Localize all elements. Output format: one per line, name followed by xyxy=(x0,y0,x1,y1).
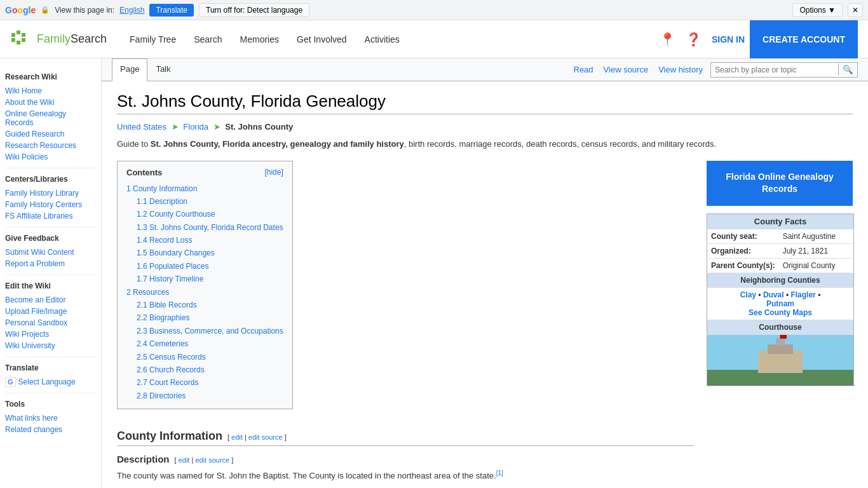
article: St. Johns County, Florida Genealogy Unit… xyxy=(102,81,868,488)
sidebar-item-wiki-policies[interactable]: Wiki Policies xyxy=(5,151,96,163)
sidebar-item-submit-wiki[interactable]: Submit Wiki Content xyxy=(5,247,96,258)
courthouse-image-cell xyxy=(707,334,854,386)
svg-rect-12 xyxy=(780,335,787,339)
wiki-search-button[interactable]: 🔍 xyxy=(838,64,857,76)
svg-rect-1 xyxy=(17,30,20,34)
nav-links: Family Tree Search Memories Get Involved… xyxy=(122,29,407,50)
sidebar-item-report-problem[interactable]: Report a Problem xyxy=(5,258,96,269)
action-view-history[interactable]: View history xyxy=(656,60,705,79)
sidebar-item-online-genealogy[interactable]: Online Genealogy Records xyxy=(5,108,96,128)
nav-family-tree[interactable]: Family Tree xyxy=(122,29,184,50)
language-link[interactable]: English xyxy=(119,6,144,15)
breadcrumb-arrow-1: ➤ xyxy=(172,122,179,132)
courthouse-svg xyxy=(707,335,853,386)
contents-item-1-2: 1.2 County Courthouse xyxy=(137,208,283,220)
description-edit-source[interactable]: edit source xyxy=(195,456,229,464)
page-layout: Research Wiki Wiki Home About the Wiki O… xyxy=(0,58,868,488)
svg-rect-9 xyxy=(768,344,793,354)
sidebar-item-become-editor[interactable]: Become an Editor xyxy=(5,294,96,306)
sidebar-item-research-resources[interactable]: Research Resources xyxy=(5,140,96,151)
sidebar-item-personal-sandbox[interactable]: Personal Sandbox xyxy=(5,317,96,329)
description-edit[interactable]: edit xyxy=(179,456,190,464)
sidebar-item-about-wiki[interactable]: About the Wiki xyxy=(5,97,96,108)
sidebar-item-select-language[interactable]: Select Language xyxy=(18,376,76,388)
nav-memories[interactable]: Memories xyxy=(233,29,287,50)
help-icon[interactable]: ❓ xyxy=(686,32,702,47)
sidebar-item-what-links[interactable]: What links here xyxy=(5,412,96,424)
sidebar-item-fs-affiliate[interactable]: FS Affiliate Libraries xyxy=(5,210,96,222)
contents-item-2-7: 2.7 Court Records xyxy=(137,376,283,389)
familysearch-logo-icon xyxy=(10,28,33,51)
courthouse-section-title: Courthouse xyxy=(707,320,854,334)
breadcrumb: United States ➤ Florida ➤ St. Johns Coun… xyxy=(117,122,853,132)
nav-search[interactable]: Search xyxy=(186,29,229,50)
svg-rect-0 xyxy=(11,33,15,37)
contents-item-2-1: 2.1 Bible Records xyxy=(137,299,283,311)
sign-in-button[interactable]: SIGN IN xyxy=(712,34,745,44)
sidebar-item-family-history-library[interactable]: Family History Library xyxy=(5,187,96,199)
wiki-search-input[interactable] xyxy=(711,64,838,76)
svg-rect-8 xyxy=(758,351,803,373)
infobox-title: County Facts xyxy=(707,214,854,229)
article-body: Contents [hide] 1 County Information 1.1… xyxy=(117,161,853,489)
county-facts-table: County Facts County seat: Saint Augustin… xyxy=(707,214,854,386)
sidebar-item-wiki-university[interactable]: Wiki University xyxy=(5,340,96,351)
contents-item-2-5: 2.5 Census Records xyxy=(137,351,283,363)
wiki-search-container: 🔍 xyxy=(710,62,858,78)
sidebar-item-family-history-centers[interactable]: Family History Centers xyxy=(5,199,96,210)
create-account-button[interactable]: CREATE ACCOUNT xyxy=(750,20,858,58)
breadcrumb-us[interactable]: United States xyxy=(117,122,166,132)
sidebar-section-research-wiki: Research Wiki xyxy=(5,72,96,81)
sidebar: Research Wiki Wiki Home About the Wiki O… xyxy=(0,58,102,488)
contents-hide[interactable]: [hide] xyxy=(264,168,283,177)
county-info-edit[interactable]: edit xyxy=(231,433,243,441)
breadcrumb-florida[interactable]: Florida xyxy=(183,122,208,132)
tab-page[interactable]: Page xyxy=(112,58,147,81)
main-navigation: FamilySearch Family Tree Search Memories… xyxy=(0,20,868,58)
contents-item-2-2: 2.2 Biographies xyxy=(137,311,283,324)
nav-icons: 📍 ❓ xyxy=(660,32,702,47)
description-edit-bracket: [ edit | edit source ] xyxy=(175,456,234,464)
nav-get-involved[interactable]: Get Involved xyxy=(289,29,355,50)
location-icon[interactable]: 📍 xyxy=(660,32,675,47)
description-title: Description xyxy=(117,454,170,464)
sidebar-section-centers: Centers/Libraries xyxy=(5,175,96,184)
translate-bar: Google 🔒 View this page in: English Tran… xyxy=(0,0,868,20)
contents-item-1-3: 1.3 St. Johns County, Florida Record Dat… xyxy=(137,221,283,234)
contents-list: 1 County Information 1.1 Description 1.2… xyxy=(126,182,283,403)
ref-1[interactable]: [1] xyxy=(496,470,503,477)
turnoff-button[interactable]: Turn off for: Detect language xyxy=(199,3,309,17)
close-translate-button[interactable]: ✕ xyxy=(848,3,863,17)
sidebar-item-upload-file[interactable]: Upload File/Image xyxy=(5,306,96,317)
svg-rect-5 xyxy=(22,38,25,42)
tab-talk[interactable]: Talk xyxy=(147,58,179,81)
breadcrumb-arrow-2: ➤ xyxy=(214,122,220,132)
action-read[interactable]: Read xyxy=(571,60,596,79)
article-main: Contents [hide] 1 County Information 1.1… xyxy=(117,161,694,489)
county-info-title: County Information xyxy=(117,430,222,443)
sidebar-item-related-changes[interactable]: Related changes xyxy=(5,424,96,435)
translate-button[interactable]: Translate xyxy=(149,4,194,17)
contents-item-1-4: 1.4 Record Loss xyxy=(137,234,283,247)
county-info-edit-source[interactable]: edit source xyxy=(248,433,283,441)
nav-activities[interactable]: Activities xyxy=(357,29,407,50)
sidebar-item-wiki-home[interactable]: Wiki Home xyxy=(5,85,96,97)
options-button[interactable]: Options ▼ xyxy=(792,3,843,17)
florida-genealogy-button[interactable]: Florida Online Genealogy Records xyxy=(707,161,853,206)
contents-item-2-3: 2.3 Business, Commerce, and Occupations xyxy=(137,325,283,337)
neighboring-counties-title: Neighboring Counties xyxy=(707,273,854,287)
translate-bar-text: View this page in: xyxy=(55,6,114,15)
google-logo: Google xyxy=(5,5,36,15)
county-seat-label: County seat: xyxy=(707,229,779,243)
sidebar-item-wiki-projects[interactable]: Wiki Projects xyxy=(5,329,96,340)
logo-text: FamilySearch xyxy=(37,32,107,46)
organized-value: July 21, 1821 xyxy=(779,243,854,258)
action-view-source[interactable]: View source xyxy=(601,60,651,79)
organized-label: Organized: xyxy=(707,243,779,258)
logo-area[interactable]: FamilySearch xyxy=(10,28,107,51)
sidebar-section-translate: Translate xyxy=(5,363,96,372)
contents-item-2-4: 2.4 Cemeteries xyxy=(137,337,283,350)
county-seat-value: Saint Augustine xyxy=(779,229,854,243)
breadcrumb-county: St. Johns County xyxy=(225,122,293,132)
sidebar-item-guided-research[interactable]: Guided Research xyxy=(5,128,96,140)
